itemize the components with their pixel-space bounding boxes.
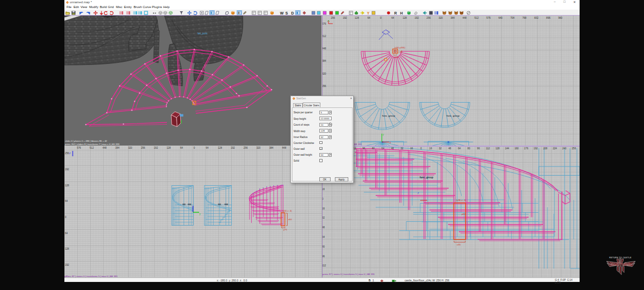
svg-text:y: y <box>200 213 201 215</box>
svg-text:x: x <box>390 141 391 144</box>
svg-text:Wolfenstein: Wolfenstein <box>610 262 632 267</box>
svg-text:R: R <box>394 11 397 15</box>
svg-text:func_group: func_group <box>382 114 395 117</box>
svg-text:(440 z: 4): (440 z: 4) <box>282 209 292 212</box>
svg-text:func_group: func_group <box>420 176 433 179</box>
svg-text:H: H <box>400 11 402 15</box>
svg-text:S: S <box>286 11 288 15</box>
svg-text:func_group: func_group <box>447 114 459 117</box>
svg-text:(x56 y456): (x56 y456) <box>394 46 405 49</box>
svg-text:y: y <box>383 133 384 136</box>
svg-text:x136: x136 <box>394 56 399 59</box>
svg-text:z60: z60 <box>288 218 292 221</box>
svg-text:y75: y75 <box>283 228 287 231</box>
svg-text:x35: x35 <box>457 243 461 246</box>
svg-text:] y8: ] y8 <box>399 50 403 53</box>
svg-text:y60: y60 <box>462 213 466 215</box>
svg-text:z: z <box>69 151 71 155</box>
svg-text:W: W <box>280 11 284 15</box>
svg-text:fan_point: fan_point <box>197 32 208 35</box>
svg-text:(x36 z: 4): (x36 z: 4) <box>456 199 466 201</box>
svg-text:z: z <box>417 191 419 194</box>
svg-text:Y: Y <box>367 11 369 15</box>
svg-text:D: D <box>291 11 294 15</box>
